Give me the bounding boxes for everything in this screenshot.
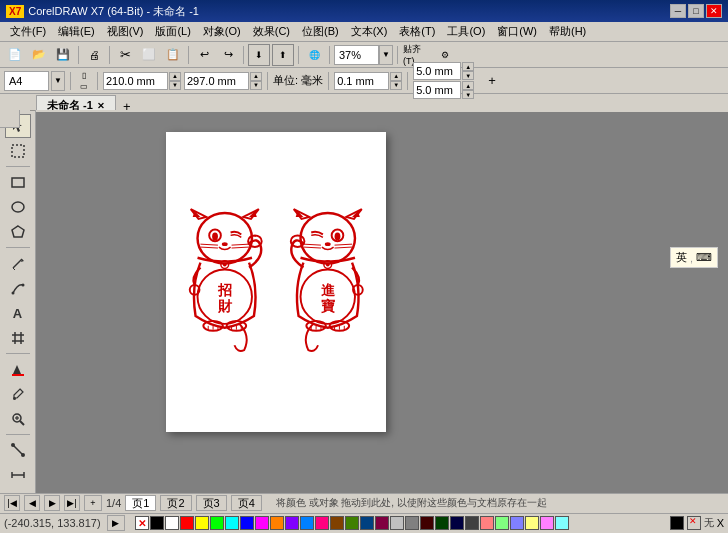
bleed1-input[interactable] bbox=[413, 62, 461, 80]
measure-tool[interactable] bbox=[5, 463, 31, 487]
swatch-white[interactable] bbox=[165, 516, 179, 530]
export-button[interactable]: ⬆ bbox=[272, 44, 294, 66]
page-tab-4[interactable]: 页4 bbox=[231, 495, 262, 511]
menu-view[interactable]: 视图(V) bbox=[101, 23, 150, 40]
menu-layout[interactable]: 版面(L) bbox=[149, 23, 196, 40]
swatch-darkblue[interactable] bbox=[450, 516, 464, 530]
width-down[interactable]: ▼ bbox=[169, 81, 181, 90]
undo-button[interactable]: ↩ bbox=[193, 44, 215, 66]
copy-button[interactable]: ⬜ bbox=[138, 44, 160, 66]
nudge-down[interactable]: ▼ bbox=[390, 81, 402, 90]
menu-object[interactable]: 对象(O) bbox=[197, 23, 247, 40]
menu-window[interactable]: 窗口(W) bbox=[491, 23, 543, 40]
width-up[interactable]: ▲ bbox=[169, 72, 181, 81]
page-last-button[interactable]: ▶| bbox=[64, 495, 80, 511]
swatch-darkgray[interactable] bbox=[465, 516, 479, 530]
pen-tool[interactable] bbox=[5, 276, 31, 300]
swatch-maroon[interactable] bbox=[375, 516, 389, 530]
page-prev-button[interactable]: ◀ bbox=[24, 495, 40, 511]
page-tab-1[interactable]: 页1 bbox=[125, 495, 156, 511]
swatch-olive[interactable] bbox=[345, 516, 359, 530]
swatch-darkred[interactable] bbox=[420, 516, 434, 530]
add-page-button[interactable]: + bbox=[481, 70, 503, 92]
menu-table[interactable]: 表格(T) bbox=[393, 23, 441, 40]
swatch-black[interactable] bbox=[150, 516, 164, 530]
swatch-lightblue[interactable] bbox=[300, 516, 314, 530]
swatch-lightpink[interactable] bbox=[540, 516, 554, 530]
ellipse-tool[interactable] bbox=[5, 195, 31, 219]
height-down[interactable]: ▼ bbox=[250, 81, 262, 90]
menu-file[interactable]: 文件(F) bbox=[4, 23, 52, 40]
height-up[interactable]: ▲ bbox=[250, 72, 262, 81]
crop-tool[interactable] bbox=[5, 326, 31, 350]
swatch-purple[interactable] bbox=[285, 516, 299, 530]
swatch-lightcyan[interactable] bbox=[555, 516, 569, 530]
swatch-pink[interactable] bbox=[315, 516, 329, 530]
menu-effects[interactable]: 效果(C) bbox=[247, 23, 296, 40]
swatch-lightsalmon[interactable] bbox=[480, 516, 494, 530]
swatch-magenta[interactable] bbox=[255, 516, 269, 530]
freehand-select-tool[interactable] bbox=[5, 139, 31, 163]
swatch-lightgreen[interactable] bbox=[495, 516, 509, 530]
page-first-button[interactable]: |◀ bbox=[4, 495, 20, 511]
eyedropper-tool[interactable] bbox=[5, 382, 31, 406]
portrait-button[interactable]: ▯ bbox=[76, 70, 92, 80]
nudge-input[interactable] bbox=[334, 72, 389, 90]
swatch-darkgreen[interactable] bbox=[435, 516, 449, 530]
swatch-brown[interactable] bbox=[330, 516, 344, 530]
swatch-red[interactable] bbox=[180, 516, 194, 530]
swatch-blue[interactable] bbox=[240, 516, 254, 530]
swatch-green[interactable] bbox=[210, 516, 224, 530]
swatch-lavender[interactable] bbox=[510, 516, 524, 530]
height-input[interactable] bbox=[184, 72, 249, 90]
zoom-tool[interactable] bbox=[5, 407, 31, 431]
page-add-button[interactable]: + bbox=[84, 495, 102, 511]
polygon-tool[interactable] bbox=[5, 220, 31, 244]
open-button[interactable]: 📂 bbox=[28, 44, 50, 66]
swatch-navy[interactable] bbox=[360, 516, 374, 530]
bleed1-up[interactable]: ▲ bbox=[462, 62, 474, 71]
new-button[interactable]: 📄 bbox=[4, 44, 26, 66]
swatch-cyan[interactable] bbox=[225, 516, 239, 530]
menu-text[interactable]: 文本(X) bbox=[345, 23, 394, 40]
bleed2-up[interactable]: ▲ bbox=[462, 81, 474, 90]
menu-edit[interactable]: 编辑(E) bbox=[52, 23, 101, 40]
save-button[interactable]: 💾 bbox=[52, 44, 74, 66]
tab-close-button[interactable]: ✕ bbox=[97, 101, 105, 111]
zoom-dropdown[interactable]: ▼ bbox=[379, 45, 393, 65]
doc-info-button[interactable]: ▶ bbox=[107, 515, 125, 531]
connector-tool[interactable] bbox=[5, 438, 31, 462]
page-tab-2[interactable]: 页2 bbox=[160, 495, 191, 511]
rectangle-tool[interactable] bbox=[5, 170, 31, 194]
zoom-input[interactable]: 37% bbox=[334, 45, 379, 65]
bleed1-down[interactable]: ▼ bbox=[462, 71, 474, 80]
publish-button[interactable]: 🌐 bbox=[303, 44, 325, 66]
bleed2-down[interactable]: ▼ bbox=[462, 90, 474, 99]
paste-button[interactable]: 📋 bbox=[162, 44, 184, 66]
menu-tools[interactable]: 工具(O) bbox=[441, 23, 491, 40]
page-size-dropdown[interactable]: A4 bbox=[4, 71, 49, 91]
import-button[interactable]: ⬇ bbox=[248, 44, 270, 66]
pencil-tool[interactable] bbox=[5, 251, 31, 275]
cut-button[interactable]: ✂ bbox=[114, 44, 136, 66]
print-button[interactable]: 🖨 bbox=[83, 44, 105, 66]
swatch-lightyellow[interactable] bbox=[525, 516, 539, 530]
maximize-button[interactable]: □ bbox=[688, 4, 704, 18]
close-button[interactable]: ✕ bbox=[706, 4, 722, 18]
nudge-up[interactable]: ▲ bbox=[390, 72, 402, 81]
fill-tool[interactable] bbox=[5, 357, 31, 381]
bleed2-input[interactable] bbox=[413, 81, 461, 99]
canvas-area[interactable]: 招 財 bbox=[36, 112, 728, 493]
page-tab-3[interactable]: 页3 bbox=[196, 495, 227, 511]
page-next-button[interactable]: ▶ bbox=[44, 495, 60, 511]
swatch-silver[interactable] bbox=[390, 516, 404, 530]
width-input[interactable] bbox=[103, 72, 168, 90]
no-fill-swatch[interactable]: ✕ bbox=[135, 516, 149, 530]
text-tool[interactable]: A bbox=[5, 301, 31, 325]
minimize-button[interactable]: ─ bbox=[670, 4, 686, 18]
swatch-gray[interactable] bbox=[405, 516, 419, 530]
swatch-orange[interactable] bbox=[270, 516, 284, 530]
page-size-arrow[interactable]: ▼ bbox=[51, 71, 65, 91]
swatch-yellow[interactable] bbox=[195, 516, 209, 530]
menu-help[interactable]: 帮助(H) bbox=[543, 23, 592, 40]
